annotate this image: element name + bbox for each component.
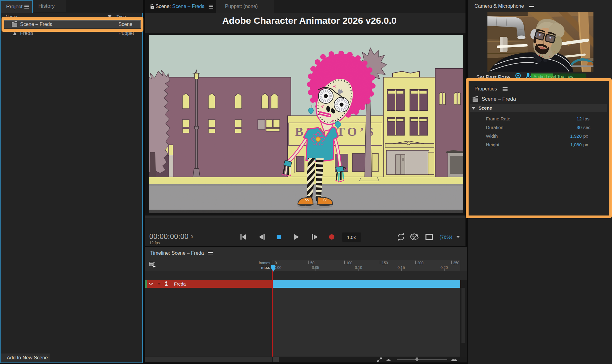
svg-text:0:15: 0:15 bbox=[397, 266, 405, 270]
svg-text:0:20: 0:20 bbox=[440, 266, 448, 270]
svg-text:1.0x: 1.0x bbox=[347, 235, 356, 240]
svg-text:0:05: 0:05 bbox=[312, 266, 319, 270]
svg-text:150: 150 bbox=[382, 261, 388, 265]
svg-text:200: 200 bbox=[417, 261, 423, 265]
svg-text:250: 250 bbox=[453, 261, 459, 265]
svg-text:Timeline: Scene – Freda: Timeline: Scene – Freda bbox=[150, 250, 204, 256]
svg-text:0:00: 0:00 bbox=[274, 266, 282, 270]
svg-text:00:00:00:00: 00:00:00:00 bbox=[149, 232, 189, 241]
svg-text:100: 100 bbox=[346, 261, 352, 265]
svg-text:Freda: Freda bbox=[174, 282, 186, 287]
svg-text:12 fps: 12 fps bbox=[149, 241, 160, 245]
svg-text:0:10: 0:10 bbox=[355, 266, 362, 270]
svg-text:50: 50 bbox=[310, 261, 315, 265]
svg-text:m:ss: m:ss bbox=[261, 266, 270, 270]
svg-text:0: 0 bbox=[191, 235, 193, 239]
svg-text:frames: frames bbox=[259, 261, 270, 265]
svg-text:0: 0 bbox=[275, 261, 277, 265]
svg-text:(76%): (76%) bbox=[440, 234, 452, 240]
